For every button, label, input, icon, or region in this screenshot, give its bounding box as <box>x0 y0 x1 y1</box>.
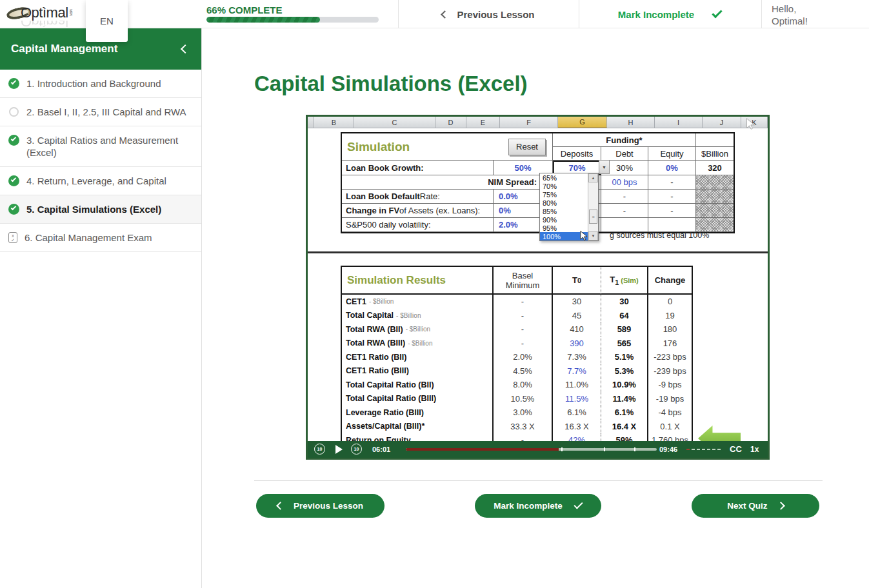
equity-header: Equity <box>648 147 696 161</box>
user-greeting: Hello, Optimal! <box>772 3 808 27</box>
equity-value[interactable]: 0% <box>648 161 696 175</box>
video-progress-track[interactable] <box>406 448 657 451</box>
dropdown-option[interactable]: 65% <box>540 173 588 182</box>
dropdown-option[interactable]: 70% <box>540 182 588 190</box>
excel-column-letter: E <box>466 117 500 128</box>
optimal-logo[interactable]: Optìmal MRV Optìmal <box>6 3 72 23</box>
funding-header: Funding* <box>553 133 696 147</box>
excel-column-letter: D <box>435 117 466 128</box>
sidebar-lesson-item[interactable]: 2. Basel I, II, 2.5, III Capital and RWA <box>0 98 201 126</box>
course-title: Capital Management <box>11 43 117 55</box>
dropdown-option[interactable]: 85% <box>540 207 588 215</box>
sidebar-lesson-item[interactable]: 1. Introduction and Background <box>0 70 201 98</box>
reset-button[interactable]: Reset <box>508 139 546 155</box>
t1-sim-value: 589 <box>601 322 648 337</box>
exam-icon: x✓ <box>8 232 17 243</box>
deposits-dropdown-list: 65% 70% 75% 80% 85% 90% 95% 100% ▲ ≡ ▼ <box>539 173 599 241</box>
excel-corner-cell <box>308 117 314 128</box>
next-quiz-button[interactable]: Next Quiz <box>692 494 819 518</box>
nim-equity-value: - <box>648 175 696 190</box>
previous-lesson-link[interactable]: Previous Lesson <box>398 0 579 28</box>
scroll-up-icon[interactable]: ▲ <box>588 173 598 182</box>
basel-minimum-value: - <box>494 295 553 309</box>
empty-cell <box>648 218 696 232</box>
lesson-label: 6. Capital Management Exam <box>25 231 152 244</box>
fv-change-equity: - <box>648 204 696 218</box>
volume-control[interactable] <box>686 449 721 450</box>
mouse-cursor-icon <box>579 230 590 241</box>
previous-lesson-button[interactable]: Previous Lesson <box>256 494 385 518</box>
sidebar-lesson-item[interactable]: 4. Return, Leverage, and Capital <box>0 167 201 195</box>
greeting-line2: Optimal! <box>772 15 808 27</box>
loan-growth-label: Loan Book Growth: <box>342 161 494 175</box>
result-row-label: Total Capital- $Billion <box>342 309 494 323</box>
chevron-down-icon: ▼ <box>602 165 606 170</box>
simulation-results-table: Simulation Results Basel Minimum T0 T1(S… <box>341 266 693 449</box>
t0-value: 7.7% <box>553 364 601 378</box>
default-rate-equity: - <box>648 190 696 204</box>
sidebar-lesson-item[interactable]: 3. Capital Ratios and Measurement (Excel… <box>0 126 201 167</box>
simulation-table: Simulation Reset Funding* Deposits Debt … <box>341 132 735 233</box>
progress-tick <box>604 447 605 451</box>
billion-header: $Billion <box>696 147 734 161</box>
t0-value: 30 <box>553 295 601 309</box>
result-row-label: Total RWA (BIII)- $Billion <box>342 337 494 351</box>
result-row-label: CET1 Ratio (BII) <box>342 350 494 364</box>
hatched-cell <box>696 218 734 232</box>
t1-sim-value: 11.4% <box>601 392 648 406</box>
mark-incomplete-button[interactable]: Mark Incomplete <box>475 494 601 518</box>
empty-cell <box>696 133 734 147</box>
video-player[interactable]: B C D E F G H I J K Simulation <box>306 115 770 460</box>
sidebar-lesson-item[interactable]: 5. Capital Simulations (Excel) <box>0 195 201 224</box>
fv-change-debt: - <box>601 204 648 218</box>
excel-column-letter: C <box>354 117 435 128</box>
playback-speed-button[interactable]: 1x <box>750 445 759 454</box>
dropdown-option[interactable]: 80% <box>540 199 588 207</box>
skip-back-10-button[interactable]: 10 <box>314 444 325 455</box>
chevron-left-icon <box>441 10 450 19</box>
basel-minimum-value: 8.0% <box>494 378 553 392</box>
check-icon <box>574 500 583 509</box>
sidebar-lesson-item[interactable]: x✓ 6. Capital Management Exam <box>0 224 201 252</box>
logo-text: Optìmal <box>21 5 68 21</box>
chevron-right-icon <box>777 502 785 510</box>
result-row-label: Leverage Ratio (BIII) <box>342 406 494 420</box>
check-icon <box>712 7 723 17</box>
t0-value: 11.5% <box>553 392 601 406</box>
language-selector[interactable]: EN <box>86 0 128 42</box>
skip-forward-10-button[interactable]: 10 <box>351 444 362 455</box>
result-row-label: CET1 Ratio (BIII) <box>342 364 494 378</box>
t0-value: 6.1% <box>553 406 601 420</box>
dropdown-option[interactable]: 90% <box>540 215 588 224</box>
t1-sim-value: 5.3% <box>601 364 648 378</box>
basel-minimum-header: Basel Minimum <box>494 267 553 295</box>
t1-sim-value: 16.4 X <box>601 420 648 434</box>
billion-value: 320 <box>696 161 734 175</box>
change-value: 19 <box>648 309 692 323</box>
course-progress-label: 66% COMPLETE <box>206 5 283 15</box>
excel-column-letter: I <box>655 117 703 128</box>
course-sidebar: Capital Management 1. Introduction and B… <box>0 28 202 588</box>
nim-debt-value[interactable]: 00 bps <box>601 175 648 190</box>
t0-value: 7.3% <box>553 350 601 364</box>
video-duration: 09:46 <box>659 446 677 453</box>
dropdown-button[interactable]: ▼ <box>599 160 610 174</box>
scrollbar-thumb[interactable]: ≡ <box>589 210 597 224</box>
collapse-sidebar-icon[interactable] <box>181 44 190 54</box>
simulation-title: Simulation <box>347 140 410 154</box>
result-row-label: Total Capital Ratio (BII) <box>342 378 494 392</box>
excel-column-letter: G <box>558 117 607 128</box>
mark-incomplete-link[interactable]: Mark Incomplete <box>579 0 761 28</box>
dropdown-option[interactable]: 75% <box>540 190 588 199</box>
change-value: -239 bps <box>648 364 692 378</box>
scroll-down-icon[interactable]: ▼ <box>588 231 598 240</box>
change-value: 0 <box>648 295 692 309</box>
lesson-label: 1. Introduction and Background <box>26 77 161 90</box>
t0-value: 45 <box>553 309 601 323</box>
closed-captions-button[interactable]: CC <box>730 444 742 454</box>
play-button[interactable] <box>335 445 343 454</box>
empty-cell <box>601 218 648 232</box>
debt-header: Debt <box>601 147 648 161</box>
lesson-list: 1. Introduction and Background 2. Basel … <box>0 70 201 252</box>
t1-sim-value: 5.1% <box>601 350 648 364</box>
